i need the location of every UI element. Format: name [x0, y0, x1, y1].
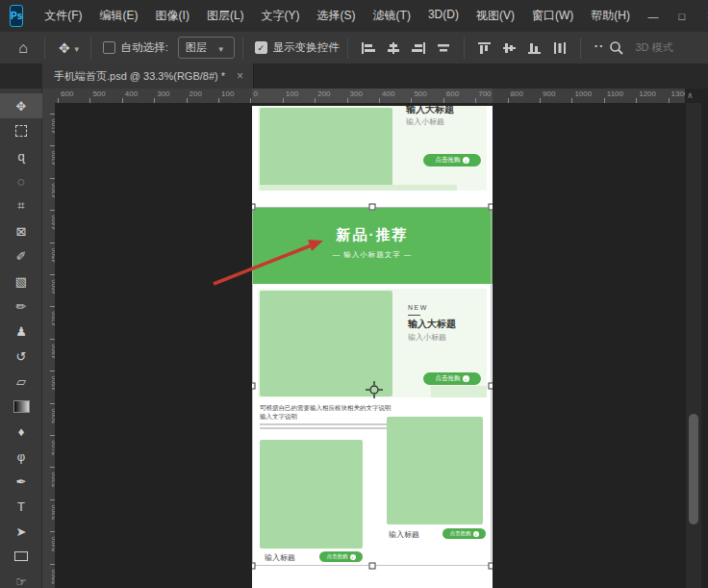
menu-3d[interactable]: 3D(D) — [419, 8, 468, 24]
divider — [242, 38, 243, 59]
ruler-label: 600 — [446, 89, 459, 98]
crop-tool[interactable]: ⌗ — [0, 193, 42, 218]
healing-brush-tool[interactable]: ▧ — [0, 268, 42, 294]
transform-handle[interactable] — [369, 204, 376, 211]
horizontal-ruler[interactable]: 6005004003002001000100200300400500600700… — [42, 89, 685, 104]
overflow-icon[interactable]: ·· — [594, 38, 605, 53]
marquee-tool[interactable] — [0, 118, 42, 143]
show-transform-checkbox[interactable]: ✓ — [255, 41, 267, 54]
menu-bar: Ps 文件(F)编辑(E)图像(I)图层(L)文字(Y)选择(S)滤镜(T)3D… — [0, 0, 708, 33]
banner-subtitle: — 输入小标题文字 — — [252, 250, 493, 260]
minimize-button[interactable]: — — [639, 0, 668, 32]
document-tab-bar: 手机端首页.psd @ 33.3%(RGB/8#) * × — [0, 64, 708, 89]
hand-tool[interactable]: ☞ — [0, 569, 42, 588]
menu-layer[interactable]: 图层(L) — [198, 8, 253, 24]
align-bottom-edges-icon[interactable] — [527, 41, 543, 55]
auto-select-checkbox[interactable] — [103, 41, 115, 54]
buy-button: 点击抢购 › — [423, 154, 481, 166]
align-top-edges-icon[interactable] — [477, 41, 493, 55]
description-line-2: 输入文字说明 — [260, 413, 297, 422]
distribute-horizontal-icon[interactable] — [436, 41, 451, 55]
vertical-ruler[interactable]: 4100420043004400450046004700480049005000… — [42, 103, 56, 588]
quick-select-tool[interactable]: ◌ — [0, 168, 42, 193]
divider — [44, 38, 45, 59]
buy-button-label: 点击抢购 — [327, 553, 348, 560]
ruler-label: 100 — [221, 89, 234, 98]
ruler-label: 400 — [125, 89, 138, 98]
type-tool[interactable]: T — [0, 494, 42, 519]
ruler-label: 1000 — [574, 89, 592, 98]
scrollbar-up-icon[interactable]: ∧ — [687, 90, 694, 100]
transform-handle[interactable] — [252, 204, 256, 211]
menu-filter[interactable]: 滤镜(T) — [365, 8, 419, 24]
ruler-label: 800 — [511, 89, 523, 98]
align-horizontal-centers-icon[interactable] — [386, 41, 401, 55]
menu-items: 文件(F)编辑(E)图像(I)图层(L)文字(Y)选择(S)滤镜(T)3D(D)… — [36, 8, 639, 24]
dodge-tool[interactable]: φ — [0, 444, 42, 469]
tab-close-icon[interactable]: × — [237, 69, 243, 83]
ruler-label: 1300 — [671, 89, 685, 98]
blur-tool[interactable]: ♦ — [0, 419, 42, 444]
home-icon[interactable]: ⌂ — [13, 39, 33, 57]
divider — [90, 38, 91, 59]
arrow-circle-icon: › — [350, 554, 356, 560]
menu-type[interactable]: 文字(Y) — [253, 8, 309, 24]
item-image-placeholder — [387, 417, 483, 524]
tools-panel: ✥ɋ◌⌗⊠✐▧✏♟↺▱♦φ✒T➤☞ — [0, 89, 42, 588]
document-canvas[interactable]: 输入大标题 输入小标题 点击抢购 › 新品·推荐 — 输入小标题文字 — NEW… — [252, 106, 493, 588]
transform-handle[interactable] — [489, 563, 493, 570]
pen-tool[interactable]: ✒ — [0, 469, 42, 494]
arrow-circle-icon: › — [463, 157, 469, 164]
menu-window[interactable]: 窗口(W) — [523, 8, 582, 24]
item2-label: 输入标题 — [389, 529, 419, 540]
align-vertical-centers-icon[interactable] — [502, 41, 518, 55]
align-left-edges-icon[interactable] — [361, 41, 376, 55]
transform-handle[interactable] — [252, 563, 256, 570]
transform-handle[interactable] — [489, 383, 493, 390]
marquee-tool-icon — [15, 125, 27, 137]
auto-select-target-value: 图层 — [186, 40, 207, 55]
eraser-tool[interactable]: ▱ — [0, 369, 42, 394]
menu-edit[interactable]: 编辑(E) — [91, 8, 147, 24]
search-icon[interactable] — [608, 39, 625, 57]
show-transform-label: 显示变换控件 — [273, 40, 340, 55]
clone-stamp-tool[interactable]: ♟ — [0, 319, 42, 344]
path-select-tool[interactable]: ➤ — [0, 519, 42, 544]
maximize-button[interactable]: □ — [668, 0, 696, 32]
document-tab[interactable]: 手机端首页.psd @ 33.3%(RGB/8#) * × — [42, 64, 254, 89]
close-button[interactable]: ✕ — [696, 0, 708, 32]
eyedropper-tool[interactable]: ✐ — [0, 243, 42, 268]
vertical-scrollbar[interactable] — [685, 103, 701, 588]
ruler-label: 200 — [317, 89, 330, 98]
window-controls: — □ ✕ — [639, 0, 708, 32]
new-products-banner: 新品·推荐 — 输入小标题文字 — — [252, 207, 493, 284]
menu-view[interactable]: 视图(V) — [468, 8, 523, 24]
transform-handle[interactable] — [489, 204, 493, 211]
transform-handle[interactable] — [252, 383, 256, 390]
card1-subtitle: 输入小标题 — [406, 116, 444, 127]
scrollbar-thumb[interactable] — [689, 414, 698, 524]
move-tool-icon[interactable]: ✥ — [59, 40, 70, 56]
chevron-down-icon[interactable]: ▼ — [73, 45, 81, 54]
history-brush-tool[interactable]: ↺ — [0, 344, 42, 369]
ruler-label: 0 — [253, 89, 257, 98]
distribute-vertical-icon[interactable] — [552, 41, 568, 55]
menu-select[interactable]: 选择(S) — [309, 8, 365, 24]
brush-tool[interactable]: ✏ — [0, 294, 42, 319]
chevron-down-icon: ▼ — [217, 45, 225, 54]
shape-tool[interactable] — [0, 544, 42, 569]
auto-select-target-dropdown[interactable]: 图层 ▼ — [178, 37, 235, 59]
menu-help[interactable]: 帮助(H) — [582, 8, 639, 24]
gradient-tool[interactable] — [0, 394, 42, 419]
move-tool[interactable]: ✥ — [0, 93, 42, 118]
transform-handle[interactable] — [369, 563, 376, 570]
frame-tool[interactable]: ⊠ — [0, 218, 42, 243]
menu-image[interactable]: 图像(I) — [147, 8, 198, 24]
menu-file[interactable]: 文件(F) — [36, 8, 90, 24]
divider — [464, 38, 465, 59]
align-right-edges-icon[interactable] — [411, 41, 426, 55]
lasso-tool[interactable]: ɋ — [0, 143, 42, 168]
ruler-label: 500 — [92, 89, 105, 98]
ruler-label: 200 — [190, 89, 202, 98]
buy-button-label: 点击抢购 — [436, 374, 461, 383]
